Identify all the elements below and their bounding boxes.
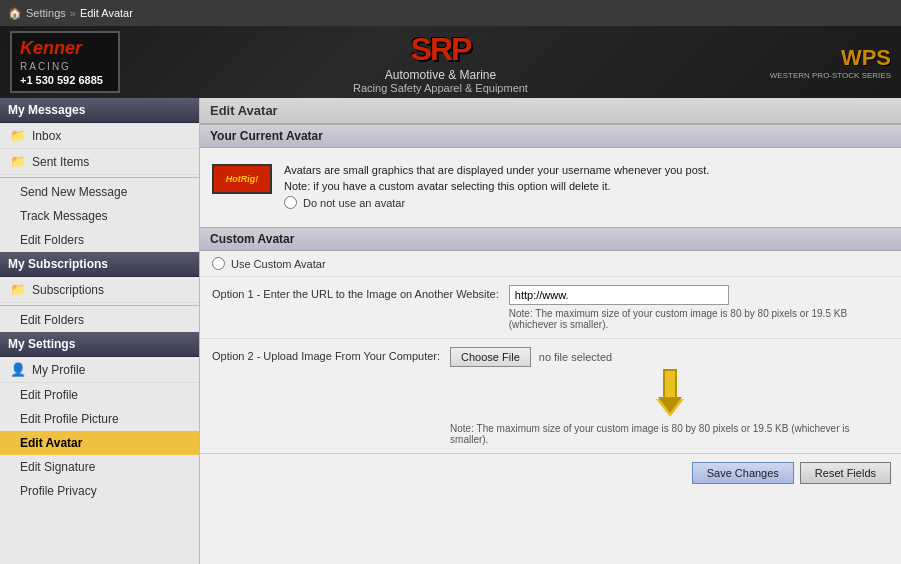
no-file-text: no file selected	[539, 351, 612, 363]
srp-line1: Automotive & Marine	[132, 68, 749, 82]
option2-note: Note: The maximum size of your custom im…	[450, 423, 889, 445]
sidebar-item-edit-avatar[interactable]: Edit Avatar	[0, 431, 199, 455]
sidebar: My Messages 📁 Inbox 📁 Sent Items Send Ne…	[0, 98, 200, 564]
sidebar-item-edit-profile-picture[interactable]: Edit Profile Picture	[0, 407, 199, 431]
sidebar-item-send-new-message[interactable]: Send New Message	[0, 180, 199, 204]
arrow-body	[663, 369, 677, 399]
sidebar-item-my-profile[interactable]: 👤 My Profile	[0, 357, 199, 383]
section-label-current-avatar: Your Current Avatar	[200, 124, 901, 148]
option1-note: Note: The maximum size of your custom im…	[509, 308, 889, 330]
kenner-name: Kenner	[20, 37, 110, 60]
person-icon: 👤	[10, 362, 26, 377]
kenner-phone: +1 530 592 6885	[20, 73, 110, 87]
breadcrumb-separator: »	[70, 7, 76, 19]
sidebar-item-subscriptions[interactable]: 📁 Subscriptions	[0, 277, 199, 303]
sidebar-section-my-messages: My Messages	[0, 98, 199, 123]
save-changes-button[interactable]: Save Changes	[692, 462, 794, 484]
avatar-logo-text: HotRig!	[226, 174, 259, 184]
option2-label: Option 2 - Upload Image From Your Comput…	[212, 347, 440, 362]
avatar-description: Avatars are small graphics that are disp…	[284, 164, 889, 176]
option1-content: Note: The maximum size of your custom im…	[509, 285, 889, 330]
use-custom-avatar-row: Use Custom Avatar	[200, 251, 901, 276]
no-avatar-radio-row: Do not use an avatar	[284, 196, 889, 209]
srp-line2: Racing Safety Apparel & Equipment	[132, 82, 749, 94]
use-custom-label: Use Custom Avatar	[231, 258, 326, 270]
sidebar-item-edit-profile[interactable]: Edit Profile	[0, 383, 199, 407]
file-row: Choose File no file selected	[450, 347, 889, 367]
avatar-display: HotRig! Avatars are small graphics that …	[212, 156, 889, 219]
sidebar-item-edit-folders-messages[interactable]: Edit Folders	[0, 228, 199, 252]
bottom-buttons: Save Changes Reset Fields	[200, 453, 901, 492]
sidebar-section-my-settings: My Settings	[0, 332, 199, 357]
current-avatar-body: HotRig! Avatars are small graphics that …	[200, 148, 901, 227]
folder-icon-subs: 📁	[10, 282, 26, 297]
folder-icon-sent: 📁	[10, 154, 26, 169]
banner: Kenner RACING +1 530 592 6885 SRP Automo…	[0, 26, 901, 98]
no-avatar-label: Do not use an avatar	[303, 197, 405, 209]
sidebar-item-profile-privacy[interactable]: Profile Privacy	[0, 479, 199, 503]
option1-label: Option 1 - Enter the URL to the Image on…	[212, 285, 499, 300]
content-header: Edit Avatar	[200, 98, 901, 124]
wps-logo-text: WPS	[761, 45, 891, 71]
kenner-subtitle: RACING	[20, 60, 110, 73]
option1-row: Option 1 - Enter the URL to the Image on…	[200, 276, 901, 338]
kenner-logo: Kenner RACING +1 530 592 6885	[10, 31, 120, 94]
arrow-wrapper	[450, 369, 889, 420]
choose-file-button[interactable]: Choose File	[450, 347, 531, 367]
srp-logo-block: SRP Automotive & Marine Racing Safety Ap…	[132, 31, 749, 94]
arrow-head	[656, 399, 684, 417]
srp-logo-text: SRP	[132, 31, 749, 68]
option2-content: Choose File no file selected Note: The m…	[450, 347, 889, 445]
use-custom-avatar-radio[interactable]	[212, 257, 225, 270]
breadcrumb-settings[interactable]: Settings	[26, 7, 66, 19]
sidebar-item-edit-signature[interactable]: Edit Signature	[0, 455, 199, 479]
breadcrumb-current: Edit Avatar	[80, 7, 133, 19]
sidebar-item-sent-items[interactable]: 📁 Sent Items	[0, 149, 199, 175]
avatar-text-block: Avatars are small graphics that are disp…	[284, 164, 889, 211]
section-label-custom-avatar: Custom Avatar	[200, 227, 901, 251]
home-icon[interactable]: 🏠	[8, 7, 22, 20]
wps-subtitle: WESTERN PRO-STOCK SERIES	[761, 71, 891, 80]
avatar-image: HotRig!	[212, 164, 272, 194]
avatar-note: Note: if you have a custom avatar select…	[284, 180, 889, 192]
breadcrumb-bar: 🏠 Settings » Edit Avatar	[0, 0, 901, 26]
content-title: Edit Avatar	[210, 103, 278, 118]
sidebar-item-edit-folders-subs[interactable]: Edit Folders	[0, 308, 199, 332]
sidebar-section-my-subscriptions: My Subscriptions	[0, 252, 199, 277]
content-area: Edit Avatar Your Current Avatar HotRig! …	[200, 98, 901, 564]
no-avatar-radio[interactable]	[284, 196, 297, 209]
sidebar-item-inbox[interactable]: 📁 Inbox	[0, 123, 199, 149]
arrow-shape	[656, 369, 684, 417]
folder-icon: 📁	[10, 128, 26, 143]
wps-logo-block: WPS WESTERN PRO-STOCK SERIES	[761, 45, 891, 80]
reset-fields-button[interactable]: Reset Fields	[800, 462, 891, 484]
option1-url-input[interactable]	[509, 285, 729, 305]
sidebar-item-track-messages[interactable]: Track Messages	[0, 204, 199, 228]
option2-row: Option 2 - Upload Image From Your Comput…	[200, 338, 901, 453]
